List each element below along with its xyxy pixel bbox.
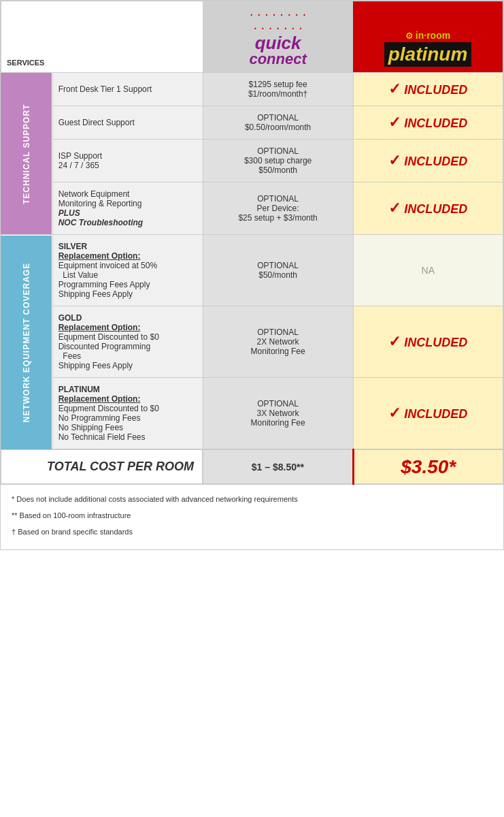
included-text-6: INCLUDED bbox=[401, 336, 467, 349]
plat-included-2: ✓ INCLUDED bbox=[353, 106, 503, 140]
included-text-4: INCLUDED bbox=[401, 202, 467, 216]
platinum-option-label: PLATINUM bbox=[58, 385, 100, 394]
service-name-7: PLATINUM Replacement Option: Equpment Di… bbox=[52, 378, 203, 450]
total-row: TOTAL COST PER ROOM $1 – $8.50** $3.50* bbox=[1, 449, 503, 484]
service-name-2: Guest Direct Support bbox=[52, 106, 203, 140]
qc-price-4: OPTIONALPer Device:$25 setup + $3/month bbox=[203, 182, 353, 235]
silver-replacement-label: Replacement Option: bbox=[58, 251, 141, 261]
qc-price-6: OPTIONAL2X NetworkMonitoring Fee bbox=[203, 306, 353, 378]
na-text: NA bbox=[422, 265, 435, 276]
total-qc-value: $1 – $8.50** bbox=[203, 449, 353, 484]
service-column-header bbox=[52, 1, 203, 73]
plat-included-4: ✓ INCLUDED bbox=[353, 182, 503, 235]
platinum-header: ⚙ in·room platinum bbox=[353, 1, 503, 73]
service-name-4: Network EquipmentMonitoring & Reporting … bbox=[52, 182, 203, 235]
checkmark-icon-3: ✓ bbox=[388, 152, 401, 169]
qc-price-2: OPTIONAL$0.50/room/month bbox=[203, 106, 353, 140]
plat-included-3: ✓ INCLUDED bbox=[353, 140, 503, 182]
service-name-6: GOLD Replacement Option: Equpment Discou… bbox=[52, 306, 203, 378]
tech-support-row-1: TECHNICAL SUPPORT Front Desk Tier 1 Supp… bbox=[1, 73, 503, 106]
noc-text: NOC Troubleshooting bbox=[58, 218, 143, 227]
checkmark-icon-6: ✓ bbox=[388, 333, 401, 350]
tech-support-row-3: ISP Support24 / 7 / 365 OPTIONAL$300 set… bbox=[1, 140, 503, 182]
qc-price-1: $1295 setup fee$1/room/month† bbox=[203, 73, 353, 106]
total-platinum-price: $3.50* bbox=[401, 456, 456, 477]
service-name-5: SILVER Replacement Option: Equipment inv… bbox=[52, 235, 203, 306]
plat-included-6: ✓ INCLUDED bbox=[353, 306, 503, 378]
gear-icon: ⚙ bbox=[405, 31, 414, 41]
footer-note-2: ** Based on 100-room infrastructure bbox=[12, 509, 492, 523]
quickconnect-header: · · · · · · · ·· · · · · · · quick conne… bbox=[203, 1, 353, 73]
checkmark-icon-7: ✓ bbox=[388, 404, 401, 421]
tech-support-row-2: Guest Direct Support OPTIONAL$0.50/room/… bbox=[1, 106, 503, 140]
service-name-1: Front Desk Tier 1 Support bbox=[52, 73, 203, 106]
plat-included-7: ✓ INCLUDED bbox=[353, 378, 503, 450]
services-label: SERVICES bbox=[7, 59, 44, 67]
gold-replacement-label: Replacement Option: bbox=[58, 323, 141, 332]
checkmark-icon-1: ✓ bbox=[388, 80, 401, 97]
qc-connect-text: connect bbox=[249, 52, 306, 67]
plat-included-1: ✓ INCLUDED bbox=[353, 73, 503, 106]
qc-price-5: OPTIONAL$50/month bbox=[203, 235, 353, 306]
technical-support-label: TECHNICAL SUPPORT bbox=[1, 73, 52, 235]
platinum-replacement-label: Replacement Option: bbox=[58, 394, 141, 404]
qc-dots-decoration: · · · · · · · ·· · · · · · · bbox=[249, 7, 306, 34]
silver-label: SILVER bbox=[58, 242, 87, 251]
network-row-3: PLATINUM Replacement Option: Equpment Di… bbox=[1, 378, 503, 450]
network-row-2: GOLD Replacement Option: Equpment Discou… bbox=[1, 306, 503, 378]
platinum-text: platinum bbox=[384, 42, 472, 67]
inroom-row: ⚙ in·room bbox=[384, 30, 472, 41]
footer-note-1: * Does not include additional costs asso… bbox=[12, 493, 492, 507]
header-row: SERVICES · · · · · · · ·· · · · · · · qu… bbox=[1, 1, 503, 73]
included-text-3: INCLUDED bbox=[401, 155, 467, 168]
footer-note-3: † Based on brand specific standards bbox=[12, 526, 492, 539]
gold-label: GOLD bbox=[58, 313, 82, 323]
platinum-logo: ⚙ in·room platinum bbox=[384, 30, 472, 67]
included-text-1: INCLUDED bbox=[401, 83, 467, 97]
total-label: TOTAL COST PER ROOM bbox=[1, 449, 203, 484]
network-equipment-label: NETWORK EQUIPMENT COVERAGE bbox=[1, 235, 52, 450]
checkmark-icon-4: ✓ bbox=[388, 199, 401, 217]
qc-price-7: OPTIONAL3X NetworkMonitoring Fee bbox=[203, 378, 353, 450]
footer-notes: * Does not include additional costs asso… bbox=[0, 485, 504, 550]
services-label-cell: SERVICES bbox=[1, 1, 52, 73]
qc-quick-text: quick bbox=[249, 34, 306, 52]
network-row-1: NETWORK EQUIPMENT COVERAGE SILVER Replac… bbox=[1, 235, 503, 306]
inroom-text: in·room bbox=[416, 30, 450, 41]
included-text-7: INCLUDED bbox=[401, 407, 467, 421]
plus-text: PLUS bbox=[58, 208, 80, 218]
tech-support-row-4: Network EquipmentMonitoring & Reporting … bbox=[1, 182, 503, 235]
checkmark-icon-2: ✓ bbox=[388, 114, 401, 131]
plat-na-1: NA bbox=[353, 235, 503, 306]
comparison-table: SERVICES · · · · · · · ·· · · · · · · qu… bbox=[0, 0, 504, 485]
qc-price-3: OPTIONAL$300 setup charge$50/month bbox=[203, 140, 353, 182]
total-plat-value: $3.50* bbox=[353, 449, 503, 484]
included-text-2: INCLUDED bbox=[401, 116, 467, 130]
service-name-3: ISP Support24 / 7 / 365 bbox=[52, 140, 203, 182]
quickconnect-logo: · · · · · · · ·· · · · · · · quick conne… bbox=[249, 7, 306, 67]
total-cost-label: TOTAL COST PER ROOM bbox=[47, 460, 194, 473]
